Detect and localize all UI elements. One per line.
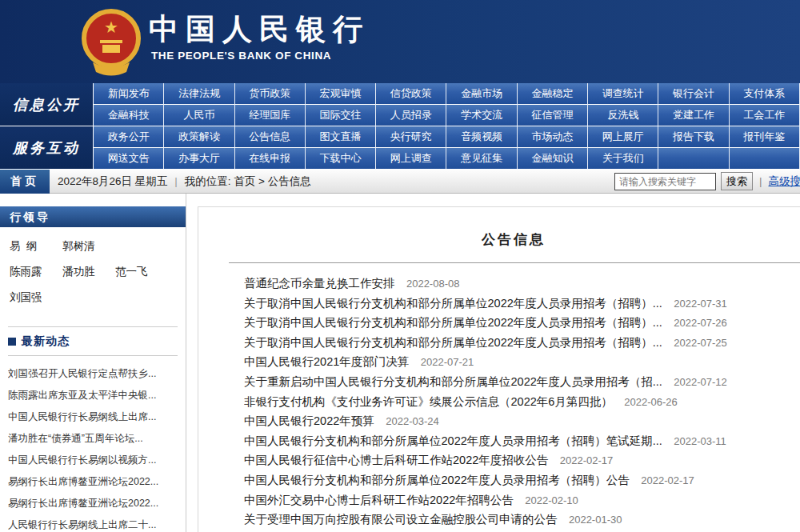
home-button[interactable]: 首页 xyxy=(0,170,50,194)
leader-link[interactable]: 潘功胜 xyxy=(62,265,109,279)
announcement-date: 2022-02-10 xyxy=(525,494,578,506)
announcement-link[interactable]: 中国人民银行分支机构和部分所属单位2022年度人员录用招考（招聘）公告 xyxy=(244,474,630,486)
announcement-link[interactable]: 关于受理中国万向控股有限公司设立金融控股公司申请的公告 xyxy=(244,513,558,526)
nav-item[interactable]: 音频视频 xyxy=(446,126,517,148)
advanced-search-link[interactable]: 高级搜索 xyxy=(769,174,800,189)
nav-item[interactable]: 在线申报 xyxy=(235,148,306,170)
news-link[interactable]: 人民银行行长易纲线上出席二十... xyxy=(8,519,156,530)
news-link[interactable]: 中国人民银行行长易纲以视频方... xyxy=(8,454,156,466)
leader-link[interactable]: 陈雨露 xyxy=(10,265,56,279)
nav-item[interactable]: 政务公开 xyxy=(94,126,164,148)
bank-title-chinese: 中国人民银行 xyxy=(149,10,370,50)
nav-item[interactable]: 金融市场 xyxy=(446,83,517,105)
announcement-date: 2022-07-21 xyxy=(421,356,474,368)
news-link[interactable]: 潘功胜在“债券通”五周年论坛... xyxy=(8,433,143,444)
nav-item[interactable]: 市场动态 xyxy=(518,126,588,148)
tab-information-disclosure[interactable]: 信息公开 xyxy=(0,83,94,126)
page-title: 公告信息 xyxy=(198,230,800,249)
leader-link[interactable]: 范一飞 xyxy=(115,265,162,279)
announcement-link[interactable]: 非银行支付机构《支付业务许可证》续展公示信息（2022年6月第四批） xyxy=(244,395,613,408)
nav-item[interactable] xyxy=(658,148,729,170)
news-link[interactable]: 易纲行长出席博鳌亚洲论坛2022... xyxy=(8,476,158,487)
news-link[interactable]: 易纲行长出席博鳌亚洲论坛2022... xyxy=(8,498,158,509)
nav-item[interactable]: 下载中心 xyxy=(306,148,376,170)
search-button[interactable]: 搜索 xyxy=(721,172,753,190)
nav-item[interactable]: 国际交往 xyxy=(306,105,376,126)
nav-item[interactable]: 征信管理 xyxy=(518,105,588,126)
nav-item[interactable]: 意见征集 xyxy=(446,148,517,170)
nav-item[interactable]: 工会工作 xyxy=(730,105,800,126)
nav-item[interactable]: 人民币 xyxy=(164,105,234,126)
news-link[interactable]: 中国人民银行行长易纲线上出席... xyxy=(8,411,156,422)
announcement-link[interactable]: 中国人民银行征信中心博士后科研工作站2022年度招收公告 xyxy=(244,454,548,466)
pboc-homepage: ★ 中国人民银行 THE PEOPLE'S BANK OF CHINA 信息公开… xyxy=(0,0,800,532)
nav-row-2: 金融科技人民币经理国库国际交往人员招录学术交流征信管理反洗钱党建工作工会工作 xyxy=(94,105,800,126)
title-rule xyxy=(229,262,800,263)
leader-link[interactable]: 郭树清 xyxy=(62,239,109,254)
nav-item[interactable]: 报刊年鉴 xyxy=(730,126,800,148)
news-link[interactable]: 陈雨露出席东亚及太平洋中央银... xyxy=(8,390,156,401)
nav-item[interactable]: 报告下载 xyxy=(658,126,729,148)
nav-item[interactable]: 宏观审慎 xyxy=(306,83,376,105)
search-input[interactable] xyxy=(614,173,716,190)
nav-item[interactable]: 人员招录 xyxy=(376,105,446,126)
nav-item[interactable] xyxy=(730,148,800,170)
nav-item[interactable]: 调查统计 xyxy=(588,83,658,105)
nav-item[interactable]: 金融科技 xyxy=(94,105,164,126)
search-area: 搜索 | 高级搜索 xyxy=(614,172,800,190)
nav-item[interactable]: 新闻发布 xyxy=(94,83,164,105)
nav-item[interactable]: 政策解读 xyxy=(164,126,234,148)
announcement-link[interactable]: 关于取消中国人民银行分支机构和部分所属单位2022年度人员录用招考（招聘）... xyxy=(244,297,662,310)
nav-item[interactable]: 银行会计 xyxy=(658,83,729,105)
announcement-link[interactable]: 中国外汇交易中心博士后科研工作站2022年招聘公告 xyxy=(244,494,514,506)
tab-service-interaction[interactable]: 服务互动 xyxy=(0,126,94,170)
nav-item[interactable]: 党建工作 xyxy=(658,105,729,126)
leader-link[interactable]: 易 纲 xyxy=(10,239,56,254)
leaders-section-header: 行领导 xyxy=(0,206,186,227)
nav-item[interactable]: 信贷政策 xyxy=(376,83,446,105)
announcement-link[interactable]: 中国人民银行分支机构和部分所属单位2022年度人员录用招考（招聘）笔试延期... xyxy=(244,434,662,447)
nav-item[interactable]: 公告信息 xyxy=(235,126,306,148)
nav-item[interactable]: 反洗钱 xyxy=(588,105,658,126)
news-list-item: 刘国强召开人民银行定点帮扶乡... xyxy=(8,362,181,383)
announcement-date: 2022-02-17 xyxy=(641,474,694,486)
nav-item[interactable]: 经理国库 xyxy=(235,105,306,126)
nav-item[interactable]: 关于我们 xyxy=(588,148,658,170)
announcement-date: 2022-01-30 xyxy=(569,514,622,526)
national-emblem-icon: ★ xyxy=(82,6,141,77)
toolbar-divider: | xyxy=(759,175,762,187)
nav-item[interactable]: 法律法规 xyxy=(164,83,234,105)
nav-item[interactable]: 金融稳定 xyxy=(518,83,588,105)
nav-item[interactable]: 央行研究 xyxy=(376,126,446,148)
nav-item[interactable]: 学术交流 xyxy=(446,105,517,126)
announcement-row: 中国人民银行征信中心博士后科研工作站2022年度招收公告 2022-02-17 xyxy=(244,450,800,470)
nav-item[interactable]: 网送文告 xyxy=(94,148,164,170)
leaders-block: 易 纲郭树清 陈雨露潘功胜范一飞 刘国强 xyxy=(0,227,186,317)
latest-news-list: 刘国强召开人民银行定点帮扶乡... 陈雨露出席东亚及太平洋中央银... 中国人民… xyxy=(0,356,186,532)
announcement-row: 关于重新启动中国人民银行分支机构和部分所属单位2022年度人员录用招考（招...… xyxy=(244,372,800,392)
page-body: 行领导 易 纲郭树清 陈雨露潘功胜范一飞 刘国强 最新动态 xyxy=(0,194,800,532)
nav-item[interactable]: 办事大厅 xyxy=(164,148,234,170)
nav-item[interactable]: 支付体系 xyxy=(730,83,800,105)
site-header: ★ 中国人民银行 THE PEOPLE'S BANK OF CHINA xyxy=(0,0,800,83)
announcement-link[interactable]: 关于重新启动中国人民银行分支机构和部分所属单位2022年度人员录用招考（招... xyxy=(244,375,662,388)
nav-item[interactable]: 货币政策 xyxy=(235,83,306,105)
nav-item[interactable]: 网上展厅 xyxy=(588,126,658,148)
announcement-link[interactable]: 中国人民银行2021年度部门决算 xyxy=(244,355,409,368)
announcement-date: 2022-07-12 xyxy=(674,376,727,388)
announcement-link[interactable]: 关于取消中国人民银行分支机构和部分所属单位2022年度人员录用招考（招聘）... xyxy=(244,316,662,329)
announcement-link[interactable]: 普通纪念币余量兑换工作安排 xyxy=(244,277,395,290)
toolbar-divider: | xyxy=(174,175,178,187)
news-list-item: 中国人民银行行长易纲以视频方... xyxy=(8,448,181,470)
nav-item[interactable]: 网上调查 xyxy=(376,148,446,170)
nav-item[interactable]: 金融知识 xyxy=(518,148,588,170)
nav-item[interactable]: 图文直播 xyxy=(306,126,376,148)
announcement-link[interactable]: 中国人民银行2022年预算 xyxy=(244,414,374,427)
bank-title-english: THE PEOPLE'S BANK OF CHINA xyxy=(151,50,331,62)
announcement-row: 中国外汇交易中心博士后科研工作站2022年招聘公告 2022-02-10 xyxy=(244,490,800,510)
news-link[interactable]: 刘国强召开人民银行定点帮扶乡... xyxy=(8,368,156,379)
announcement-row: 非银行支付机构《支付业务许可证》续展公示信息（2022年6月第四批） 2022-… xyxy=(244,392,800,412)
main-content: 公告信息 普通纪念币余量兑换工作安排 2022-08-08 关于取消中国人民银行… xyxy=(186,194,800,532)
leader-link[interactable]: 刘国强 xyxy=(10,290,56,305)
announcement-link[interactable]: 关于取消中国人民银行分支机构和部分所属单位2022年度人员录用招考（招聘）... xyxy=(244,336,662,349)
